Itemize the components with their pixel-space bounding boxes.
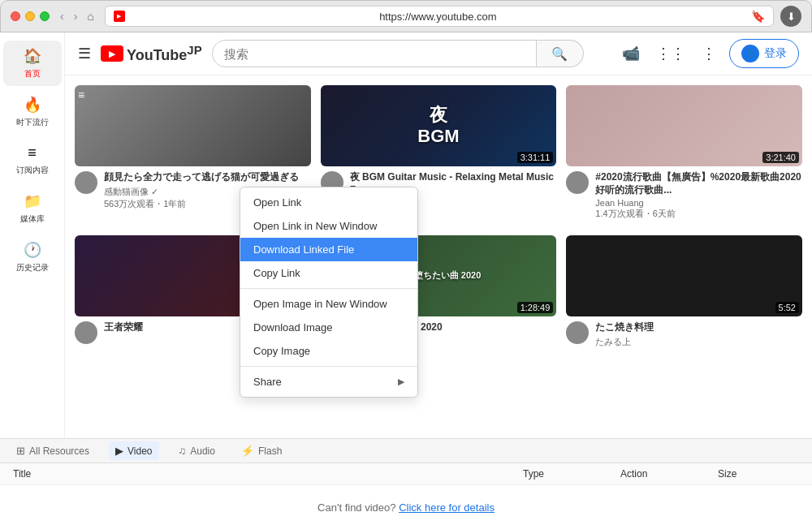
context-menu: Open Link Open Link in New Window Downlo… — [240, 187, 418, 398]
video-thumbnail-1: ≡ — [75, 85, 311, 166]
sidebar-item-history[interactable]: 🕐 历史记录 — [3, 235, 62, 280]
channel-icon-1 — [75, 171, 97, 194]
subscriptions-icon: ≡ — [28, 144, 37, 161]
title-bar: ‹ › ⌂ https://www.youtube.com 🔖 ⬇ — [1, 1, 811, 32]
content-area: 🏠 首页 🔥 时下流行 ≡ 订阅内容 📁 媒体库 🕐 历史记录 — [0, 32, 812, 438]
tab-all-label: All Resources — [29, 445, 89, 457]
submenu-arrow-icon: ▶ — [398, 377, 404, 387]
hamburger-menu-button[interactable]: ☰ — [78, 45, 91, 62]
channel-icon-4 — [75, 321, 97, 344]
login-button[interactable]: 👤 登录 — [729, 39, 799, 68]
context-download-linked[interactable]: Download Linked File — [240, 238, 417, 261]
channel-name-3: Jean Huang — [595, 198, 802, 208]
context-copy-image[interactable]: Copy Image — [240, 339, 417, 363]
video-duration-2: 3:31:11 — [517, 152, 554, 163]
context-download-image[interactable]: Download Image — [240, 316, 417, 339]
video-thumbnail-3: 3:21:40 — [566, 85, 802, 166]
context-share[interactable]: Share ▶ — [240, 370, 417, 394]
video-card-3[interactable]: 3:21:40 #2020流行歌曲【無廣告】%2020最新歌曲2020好听的流行… — [566, 85, 802, 226]
all-resources-icon: ⊞ — [16, 445, 25, 457]
back-button[interactable]: ‹ — [56, 8, 68, 24]
home-button[interactable]: ⌂ — [83, 8, 97, 24]
tab-video-label: Video — [127, 445, 152, 457]
video-info-6: たこ焼き料理 たみる上 — [566, 316, 802, 353]
channel-name-6: たみる上 — [595, 336, 802, 348]
traffic-lights — [11, 11, 50, 21]
video-meta-6: たこ焼き料理 たみる上 — [595, 321, 802, 348]
sidebar-home-label: 首页 — [24, 68, 41, 80]
thumb-text-2: 夜BGM — [417, 105, 459, 148]
channel-icon-3 — [566, 171, 589, 194]
video-info-3: #2020流行歌曲【無廣告】%2020最新歌曲2020好听的流行歌曲... Je… — [566, 166, 802, 225]
video-thumbnail-2: 夜BGM 3:31:11 — [321, 85, 557, 166]
avatar-icon: 👤 — [741, 45, 759, 62]
sidebar-subscriptions-label: 订阅内容 — [16, 165, 49, 176]
video-meta-3: #2020流行歌曲【無廣告】%2020最新歌曲2020好听的流行歌曲... Je… — [595, 171, 802, 220]
search-container: 🔍 — [212, 40, 609, 67]
bottom-bar: ⊞ All Resources ▶ Video ♫ Audio ⚡ Flash — [0, 438, 812, 463]
tab-flash[interactable]: ⚡ Flash — [235, 441, 288, 460]
sidebar-item-library[interactable]: 📁 媒体库 — [3, 186, 62, 231]
tab-video[interactable]: ▶ Video — [109, 441, 158, 460]
youtube-logo-text: YouTubeJP — [127, 43, 202, 64]
table-area: Title Type Action Size Can't find video?… — [0, 463, 812, 525]
click-here-link[interactable]: Click here for details — [399, 501, 495, 514]
close-button[interactable] — [11, 11, 20, 21]
login-label: 登录 — [764, 46, 787, 61]
header-right: 📹 ⋮⋮ ⋮ 👤 登录 — [619, 39, 799, 68]
context-menu-divider-2 — [240, 366, 417, 367]
video-title-6: たこ焼き料理 — [595, 321, 802, 334]
table-header: Title Type Action Size — [0, 463, 812, 485]
maximize-button[interactable] — [40, 11, 50, 21]
download-arrow-icon: ⬇ — [787, 11, 796, 23]
youtube-logo[interactable]: YouTubeJP — [101, 43, 202, 64]
bookmark-icon[interactable]: 🔖 — [751, 10, 765, 23]
audio-tab-icon: ♫ — [179, 445, 187, 457]
yt-main: ☰ YouTubeJP 🔍 📹 ⋮⋮ ⋮ 👤 — [65, 32, 812, 438]
video-grid: ≡ 顔見たら全力で走って逃げる猫が可愛過ぎる 感動猫画像 ✓ 563万次观看・1… — [65, 75, 812, 363]
channel-icon-6 — [566, 321, 589, 344]
tab-audio-label: Audio — [190, 445, 215, 457]
context-open-link[interactable]: Open Link — [240, 191, 417, 214]
context-copy-link[interactable]: Copy Link — [240, 261, 417, 285]
video-tab-icon: ▶ — [115, 445, 123, 457]
video-duration-3: 3:21:40 — [762, 152, 799, 163]
col-title: Title — [13, 468, 523, 480]
url-text: https://www.youtube.com — [130, 11, 746, 23]
video-duration-6: 5:52 — [775, 302, 799, 313]
youtube-logo-icon — [101, 45, 123, 62]
history-icon: 🕐 — [24, 241, 41, 259]
context-open-link-new-window[interactable]: Open Link in New Window — [240, 214, 417, 238]
forward-button[interactable]: › — [70, 8, 82, 24]
address-bar[interactable]: https://www.youtube.com 🔖 — [105, 6, 774, 27]
video-title-1: 顔見たら全力で走って逃げる猫が可愛過ぎる — [104, 171, 311, 184]
search-button[interactable]: 🔍 — [537, 40, 584, 67]
context-open-image-new-window[interactable]: Open Image in New Window — [240, 292, 417, 316]
browser-window: ‹ › ⌂ https://www.youtube.com 🔖 ⬇ 🏠 首页 🔥 — [0, 0, 812, 525]
camera-button[interactable]: 📹 — [619, 41, 643, 66]
sidebar-item-trending[interactable]: 🔥 时下流行 — [3, 89, 62, 135]
search-input[interactable] — [212, 40, 537, 67]
tab-all-resources[interactable]: ⊞ All Resources — [10, 441, 96, 460]
favicon-icon — [114, 11, 125, 22]
sidebar-item-subscriptions[interactable]: ≡ 订阅内容 — [3, 138, 62, 183]
sidebar-library-label: 媒体库 — [20, 213, 45, 225]
more-button[interactable]: ⋮ — [698, 41, 719, 66]
nav-buttons: ‹ › ⌂ — [56, 8, 98, 24]
home-icon: 🏠 — [24, 47, 41, 65]
sidebar-item-home[interactable]: 🏠 首页 — [3, 41, 62, 86]
col-type: Type — [523, 468, 620, 480]
sidebar-history-label: 历史记录 — [16, 262, 49, 273]
col-size: Size — [718, 468, 799, 480]
tab-audio[interactable]: ♫ Audio — [172, 441, 222, 460]
video-title-3: #2020流行歌曲【無廣告】%2020最新歌曲2020好听的流行歌曲... — [595, 171, 802, 196]
video-card-6[interactable]: 5:52 たこ焼き料理 たみる上 — [566, 235, 802, 353]
apps-button[interactable]: ⋮⋮ — [653, 41, 689, 66]
yt-header: ☰ YouTubeJP 🔍 📹 ⋮⋮ ⋮ 👤 — [65, 32, 812, 75]
context-menu-divider-1 — [240, 288, 417, 289]
minimize-button[interactable] — [25, 11, 35, 21]
col-action: Action — [620, 468, 718, 480]
playlist-icon: ≡ — [78, 88, 84, 101]
video-thumbnail-6: 5:52 — [566, 235, 802, 316]
download-button[interactable]: ⬇ — [780, 6, 801, 27]
